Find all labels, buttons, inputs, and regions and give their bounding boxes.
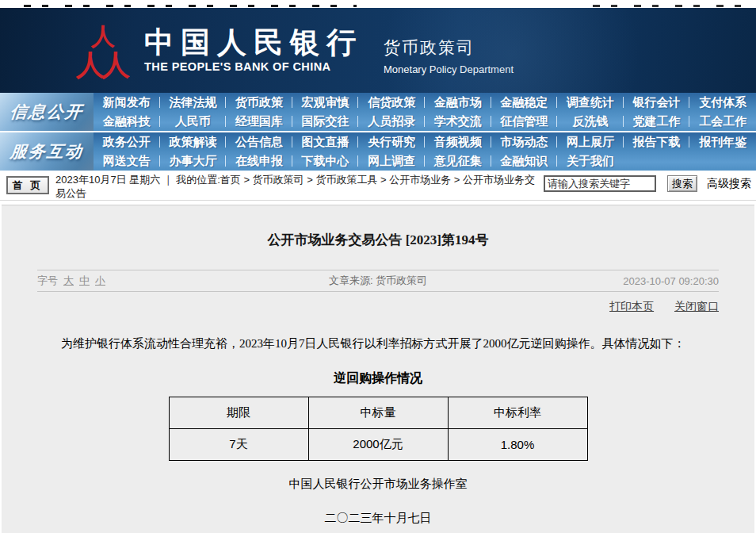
nav-section-services: 服务互动 政务公开政策解读公告信息图文直播央行研究音频视频市场动态网上展厅报告下…: [0, 131, 756, 171]
nav-item[interactable]: 货币政策: [226, 93, 292, 112]
nav-item[interactable]: 报刊年鉴: [689, 132, 756, 151]
nav-label-information: 信息公开: [0, 93, 94, 131]
search-input[interactable]: [544, 175, 656, 192]
nav-item[interactable]: 办事大厅: [160, 151, 227, 171]
nav-item[interactable]: 银行会计: [624, 93, 690, 112]
font-size-controls: 字号 大 中 小: [37, 274, 105, 288]
document-date: 二〇二三年十月七日: [2, 511, 754, 526]
table-row: 7天2000亿元1.80%: [169, 428, 587, 460]
department-name-cn: 货币政策司: [384, 36, 514, 59]
clipped-text-artifact: [593, 5, 751, 7]
nav-item[interactable]: 工会工作: [689, 112, 756, 131]
nav-item[interactable]: 网上调查: [358, 151, 425, 171]
nav-item[interactable]: 学术交流: [425, 112, 491, 131]
nav-item[interactable]: 信贷政策: [358, 93, 425, 112]
nav-item[interactable]: 新闻发布: [94, 93, 160, 112]
nav-item[interactable]: 央行研究: [358, 132, 425, 151]
nav-item[interactable]: 音频视频: [425, 132, 491, 151]
nav-item[interactable]: 人员招录: [358, 112, 425, 131]
nav-item[interactable]: 在线申报: [226, 151, 292, 171]
table-cell: 7天: [169, 428, 308, 460]
print-page-link[interactable]: 打印本页: [609, 300, 654, 313]
nav-item[interactable]: 法律法规: [160, 93, 227, 112]
font-size-large[interactable]: 大: [63, 274, 74, 288]
nav-item[interactable]: 金融稳定: [491, 93, 558, 112]
svg-text:人: 人: [76, 49, 105, 79]
nav-item[interactable]: 党建工作: [624, 112, 690, 131]
nav-item[interactable]: 政务公开: [94, 132, 160, 151]
table-header-cell: 期限: [169, 397, 308, 428]
page-title: 公开市场业务交易公告 [2023]第194号: [2, 231, 754, 249]
nav-item[interactable]: 宏观审慎: [292, 93, 359, 112]
nav-item[interactable]: 金融市场: [425, 93, 491, 112]
repo-operation-table: 期限中标量中标利率 7天2000亿元1.80%: [169, 397, 588, 461]
breadcrumb[interactable]: 2023年10月7日 星期六 ｜ 我的位置:首页 > 货币政策司 > 货币政策工…: [55, 173, 545, 200]
nav-items-services: 政务公开政策解读公告信息图文直播央行研究音频视频市场动态网上展厅报告下载报刊年鉴…: [94, 132, 756, 171]
print-close-row: 打印本页 关闭窗口: [2, 300, 719, 314]
font-size-small[interactable]: 小: [95, 274, 105, 288]
close-window-link[interactable]: 关闭窗口: [674, 300, 719, 313]
table-header-cell: 中标量: [308, 397, 448, 428]
table-header-cell: 中标利率: [448, 397, 587, 428]
nav-item[interactable]: 意见征集: [425, 151, 491, 171]
nav-item[interactable]: 支付体系: [689, 93, 756, 112]
nav-item[interactable]: 网上展厅: [557, 132, 624, 151]
clipped-text-artifact: [24, 5, 357, 7]
nav-item[interactable]: 市场动态: [491, 132, 558, 151]
nav-item[interactable]: 人民币: [160, 112, 227, 131]
article-datetime: 2023-10-07 09:20:30: [623, 275, 719, 287]
nav-item[interactable]: 金融科技: [94, 112, 160, 131]
clipped-text-strip: [0, 0, 756, 8]
bank-name-en: THE PEOPLE'S BANK OF CHINA: [144, 60, 363, 73]
nav-item[interactable]: 金融知识: [491, 151, 558, 171]
article-source: 文章来源: 货币政策司: [329, 274, 427, 288]
nav-item[interactable]: 经理国库: [226, 112, 292, 131]
nav-section-information: 信息公开 新闻发布法律法规货币政策宏观审慎信贷政策金融市场金融稳定调查统计银行会…: [0, 93, 756, 131]
breadcrumb-bar: 首 页 2023年10月7日 星期六 ｜ 我的位置:首页 > 货币政策司 > 货…: [0, 171, 756, 201]
table-title: 逆回购操作情况: [2, 370, 754, 387]
nav-item[interactable]: 国际交往: [292, 112, 359, 131]
home-button[interactable]: 首 页: [6, 176, 49, 194]
svg-text:人: 人: [101, 49, 130, 79]
nav-item[interactable]: 征信管理: [491, 112, 558, 131]
nav-item[interactable]: 关于我们: [557, 151, 624, 171]
table-cell: 1.80%: [448, 428, 587, 460]
advanced-search-link[interactable]: 高级搜索: [707, 177, 751, 191]
article-paragraph: 为维护银行体系流动性合理充裕，2023年10月7日人民银行以利率招标方式开展了2…: [37, 335, 719, 353]
nav-items-information: 新闻发布法律法规货币政策宏观审慎信贷政策金融市场金融稳定调查统计银行会计支付体系…: [94, 93, 756, 131]
header-banner: 人 人 人 中国人民银行 THE PEOPLE'S BANK OF CHINA …: [0, 8, 756, 93]
article-panel: 公开市场业务交易公告 [2023]第194号 字号 大 中 小 文章来源: 货币…: [2, 205, 754, 533]
pboc-logo-icon: 人 人 人: [76, 22, 130, 79]
nav-item[interactable]: 报告下载: [624, 132, 690, 151]
nav-item[interactable]: 调查统计: [557, 93, 624, 112]
nav-item[interactable]: 图文直播: [292, 132, 359, 151]
nav-item[interactable]: 公告信息: [226, 132, 292, 151]
search-cluster: 搜索 高级搜索: [544, 175, 751, 192]
nav-item[interactable]: 政策解读: [160, 132, 227, 151]
department-name-en: Monetary Policy Department: [384, 63, 514, 75]
font-size-label: 字号: [37, 274, 58, 288]
bank-name-cn: 中国人民银行: [144, 28, 363, 59]
table-cell: 2000亿元: [308, 428, 448, 460]
font-size-medium[interactable]: 中: [79, 274, 90, 288]
svg-text:人: 人: [90, 23, 116, 49]
article-meta-row: 字号 大 中 小 文章来源: 货币政策司 2023-10-07 09:20:30: [37, 270, 719, 292]
nav-label-text: 信息公开: [10, 101, 85, 123]
nav-item[interactable]: 下载中心: [292, 151, 359, 171]
nav-label-services: 服务互动: [0, 132, 94, 171]
table-header-row: 期限中标量中标利率: [169, 397, 587, 428]
nav-item[interactable]: 反洗钱: [557, 112, 624, 131]
nav-item[interactable]: 网送文告: [94, 151, 160, 171]
signature-line: 中国人民银行公开市场业务操作室: [2, 477, 754, 492]
nav-label-text: 服务互动: [10, 140, 85, 163]
search-button[interactable]: 搜索: [667, 175, 697, 192]
